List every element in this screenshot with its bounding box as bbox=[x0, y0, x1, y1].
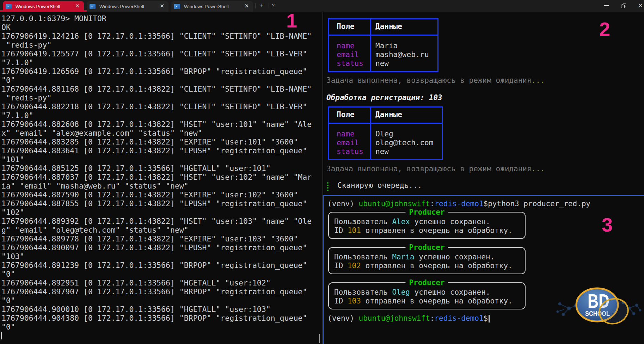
processing-label: Обработка регистрации: 103 bbox=[326, 93, 442, 102]
left-pane-scrollbar-thumb[interactable] bbox=[319, 334, 320, 343]
close-window-button[interactable]: ✕ bbox=[632, 0, 644, 11]
restore-button[interactable] bbox=[615, 0, 632, 11]
working-dir: redis-demo1 bbox=[434, 199, 483, 208]
tab-powershell-2[interactable]: >_ Windows PowerShell ✕ bbox=[87, 1, 168, 12]
title-bar: >_ Windows PowerShell ✕ >_ Windows Power… bbox=[0, 0, 644, 12]
table-cell-field: name bbox=[337, 130, 355, 139]
prompt-colon: : bbox=[430, 314, 435, 322]
powershell-icon: >_ bbox=[174, 4, 180, 9]
monitor-output: 127.0.0.1:6379> MONITOR OK 1767906419.12… bbox=[1, 14, 312, 331]
user-id: 102 bbox=[348, 262, 361, 270]
status-message: Задача выполнена, возвращаюсь в режим ож… bbox=[326, 76, 545, 85]
status-text: Задача выполнена, возвращаюсь в режим ож… bbox=[326, 76, 532, 85]
table-cell-value: Oleg bbox=[375, 130, 393, 139]
command-text: python3 producer_red.py bbox=[488, 199, 590, 208]
user-name: Alex bbox=[392, 217, 410, 226]
user-host: ubuntu@johnswift bbox=[359, 314, 430, 322]
left-pane-cursor bbox=[1, 332, 2, 339]
table-column-separator bbox=[370, 108, 371, 159]
tab-close-icon[interactable]: ✕ bbox=[244, 3, 249, 9]
status-text: Задача выполнена, возвращаюсь в режим ож… bbox=[326, 165, 532, 173]
panel-line: Пользователь Alex успешно сохранен. bbox=[334, 217, 490, 226]
tab-dropdown-button[interactable]: ˅ bbox=[272, 3, 275, 8]
producer-panel-1: Producer Пользователь Alex успешно сохра… bbox=[328, 212, 526, 239]
powershell-icon: >_ bbox=[90, 4, 96, 9]
status-message: Задача выполнена, возвращаюсь в режим ож… bbox=[326, 165, 545, 173]
prompt-dollar: $ bbox=[484, 314, 488, 322]
tab-label: Windows PowerShell bbox=[99, 4, 144, 9]
panel-line: Пользователь Maria успешно сохранен. bbox=[334, 253, 495, 262]
user-name: Maria bbox=[392, 253, 414, 261]
close-icon: ✕ bbox=[638, 3, 643, 8]
tab-powershell-3[interactable]: >_ Windows PowerShell ✕ bbox=[171, 1, 253, 12]
tab-label: Windows PowerShell bbox=[16, 4, 60, 9]
tabbar-separator bbox=[269, 3, 269, 8]
result-table-2: Поле Данные name email status Oleg oleg@… bbox=[328, 106, 443, 160]
minimize-button[interactable] bbox=[598, 0, 614, 11]
table-cell-value: masha@web.ru bbox=[375, 50, 429, 59]
producer-panel-2: Producer Пользователь Maria успешно сохр… bbox=[328, 247, 526, 274]
status-dots: ... bbox=[532, 165, 545, 173]
table-cell-value: oleg@tech.com bbox=[375, 139, 433, 147]
shell-prompt: (venv) ubuntu@johnswift:redis-demo1$pyth… bbox=[327, 199, 590, 208]
table-cell-field: status bbox=[337, 147, 363, 156]
annotation-number-2: 2 bbox=[599, 22, 610, 37]
panel-line: Пользователь Oleg успешно сохранен. bbox=[334, 288, 490, 297]
table-header-field: Поле bbox=[337, 110, 355, 119]
prompt-dollar: $ bbox=[484, 199, 488, 208]
annotation-number-3: 3 bbox=[602, 217, 613, 233]
table-header-separator bbox=[329, 123, 442, 124]
scanning-label: Сканирую очередь... bbox=[337, 181, 422, 190]
powershell-icon: >_ bbox=[6, 4, 12, 9]
venv-label: (venv) bbox=[327, 199, 359, 208]
panel-line: ID 102 отправлен в очередь на обработку. bbox=[334, 262, 513, 270]
focused-pane-border-left bbox=[323, 195, 324, 344]
tabbar-separator bbox=[255, 3, 256, 8]
terminal-cursor bbox=[489, 315, 490, 322]
panel-line: ID 101 отправлен в очередь на обработку. bbox=[334, 226, 513, 235]
user-host: ubuntu@johnswift bbox=[359, 199, 430, 208]
table-cell-field: name bbox=[337, 42, 355, 50]
table-column-separator bbox=[370, 19, 371, 71]
restore-icon bbox=[621, 4, 626, 8]
tab-powershell-1[interactable]: >_ Windows PowerShell ✕ bbox=[3, 1, 84, 12]
result-table-1: Поле Данные name email status Maria mash… bbox=[328, 18, 438, 72]
status-dots: ... bbox=[532, 76, 545, 85]
new-tab-button[interactable]: + bbox=[260, 2, 263, 8]
prompt-colon: : bbox=[430, 199, 435, 208]
table-header-data: Данные bbox=[375, 110, 402, 119]
producer-panel-3: Producer Пользователь Oleg успешно сохра… bbox=[328, 282, 526, 309]
table-header-field: Поле bbox=[337, 22, 355, 31]
table-cell-value: new bbox=[375, 59, 389, 68]
user-name: Oleg bbox=[392, 288, 410, 296]
tab-label: Windows PowerShell bbox=[184, 4, 229, 9]
table-cell-field: email bbox=[337, 50, 359, 59]
tab-close-icon[interactable]: ✕ bbox=[75, 3, 80, 9]
table-header-data: Данные bbox=[375, 22, 402, 31]
bd-school-logo: BD SCHOOL bbox=[553, 282, 644, 344]
table-cell-field: status bbox=[337, 59, 363, 68]
venv-label: (venv) bbox=[327, 314, 359, 322]
panel-title: Producer bbox=[405, 243, 448, 252]
panel-title: Producer bbox=[405, 208, 448, 217]
table-cell-field: email bbox=[337, 139, 359, 147]
working-dir: redis-demo1 bbox=[434, 314, 483, 322]
shell-prompt: (venv) ubuntu@johnswift:redis-demo1$ bbox=[327, 314, 488, 323]
panel-title: Producer bbox=[405, 278, 448, 287]
minimize-icon bbox=[604, 5, 609, 6]
user-id: 101 bbox=[348, 226, 361, 235]
table-cell-value: Maria bbox=[375, 42, 398, 50]
table-header-separator bbox=[329, 35, 437, 36]
focused-pane-border-top bbox=[323, 195, 644, 196]
panel-line: ID 103 отправлен в очередь на обработку. bbox=[334, 297, 513, 306]
table-cell-value: new bbox=[375, 147, 389, 156]
tab-close-icon[interactable]: ✕ bbox=[160, 3, 164, 9]
user-id: 103 bbox=[348, 297, 361, 305]
